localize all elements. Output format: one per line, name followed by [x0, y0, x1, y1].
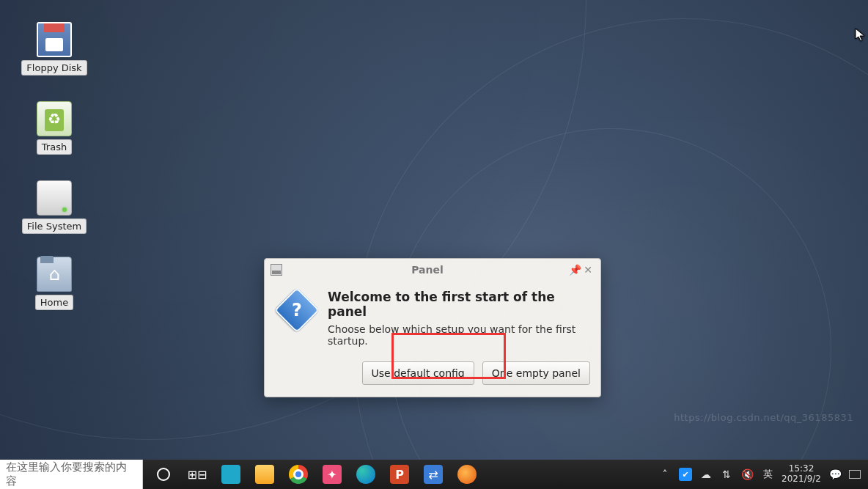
app-icon — [221, 465, 240, 484]
window-stick-button[interactable]: 📌 — [568, 264, 581, 276]
firefox-icon — [457, 465, 477, 484]
task-view-icon: ⊞⊟ — [188, 465, 207, 484]
window-icon — [271, 264, 282, 276]
desktop-icon-floppy-disk[interactable]: Floppy Disk — [18, 22, 91, 76]
search-placeholder-text: 在这里输入你要搜索的内容 — [6, 460, 136, 488]
floppy-disk-icon — [37, 22, 72, 57]
mouse-cursor-icon — [855, 28, 865, 43]
desktop-icon-home[interactable]: Home — [18, 257, 91, 310]
question-icon: ? — [274, 287, 320, 333]
trash-icon — [37, 101, 72, 136]
taskbar-app-3[interactable]: ⇄ — [417, 460, 449, 489]
taskbar-firefox[interactable] — [451, 460, 483, 489]
taskbar-edge[interactable] — [350, 460, 382, 489]
tray-time: 15:32 — [781, 464, 821, 474]
taskbar-file-explorer[interactable] — [249, 460, 281, 489]
taskbar-task-view-button[interactable]: ⊞⊟ — [181, 460, 213, 489]
app-icon: ⇄ — [424, 465, 443, 484]
circle-icon — [157, 468, 170, 481]
dialog-title: Panel — [287, 264, 568, 276]
tray-app-icon[interactable]: ✔ — [679, 468, 692, 481]
dialog-message: Choose below which setup you want for th… — [328, 323, 589, 347]
tray-volume-icon[interactable]: 🔇 — [740, 468, 754, 481]
window-close-button[interactable]: ✕ — [581, 264, 595, 276]
folder-icon — [255, 465, 274, 484]
taskbar-powerpoint[interactable]: P — [383, 460, 416, 489]
drive-icon — [37, 180, 72, 216]
tray-clock[interactable]: 15:32 2021/9/2 — [781, 464, 821, 485]
use-default-config-button[interactable]: Use default config — [362, 361, 474, 385]
tray-notifications-icon[interactable]: 💬 — [828, 468, 842, 481]
edge-icon — [356, 465, 375, 484]
dialog-titlebar[interactable]: Panel 📌 ✕ — [265, 259, 600, 281]
tray-date: 2021/9/2 — [781, 474, 821, 485]
windows-taskbar: 在这里输入你要搜索的内容 ⊞⊟ ✦ P ⇄ ˄ ✔ ☁ ⇅ 🔇 英 15:32 … — [0, 460, 868, 489]
one-empty-panel-button[interactable]: One empty panel — [482, 361, 590, 385]
tray-chevron-up-icon[interactable]: ˄ — [658, 468, 672, 481]
taskbar-chrome[interactable] — [282, 460, 315, 489]
taskbar-cortana-button[interactable] — [147, 460, 180, 489]
panel-first-start-dialog: Panel 📌 ✕ ? Welcome to the first start o… — [264, 258, 601, 397]
powerpoint-icon: P — [390, 465, 409, 484]
tray-wifi-icon[interactable]: ⇅ — [720, 468, 733, 481]
desktop[interactable]: Floppy Disk Trash File System Home Panel… — [0, 0, 868, 460]
desktop-icon-label: Home — [35, 295, 73, 310]
desktop-icon-label: Floppy Disk — [21, 60, 87, 76]
desktop-icon-label: Trash — [37, 139, 72, 155]
desktop-icon-file-system[interactable]: File System — [18, 180, 91, 234]
watermark-text: https://blog.csdn.net/qq_36185831 — [674, 412, 853, 423]
taskbar-app-1[interactable] — [215, 460, 247, 489]
tray-cloud-icon[interactable]: ☁ — [699, 468, 713, 481]
tray-language-indicator[interactable]: 英 — [761, 468, 774, 481]
desktop-icon-label: File System — [22, 218, 87, 234]
system-tray: ˄ ✔ ☁ ⇅ 🔇 英 15:32 2021/9/2 💬 — [651, 464, 868, 485]
desktop-icon-trash[interactable]: Trash — [18, 101, 91, 155]
app-icon: ✦ — [323, 465, 342, 484]
home-folder-icon — [37, 257, 72, 292]
annotation-highlight — [391, 333, 506, 379]
taskbar-search-input[interactable]: 在这里输入你要搜索的内容 — [0, 460, 143, 489]
chrome-icon — [289, 465, 308, 484]
show-desktop-button[interactable] — [849, 470, 861, 479]
dialog-heading: Welcome to the first start of the panel — [328, 290, 589, 319]
taskbar-app-2[interactable]: ✦ — [316, 460, 348, 489]
